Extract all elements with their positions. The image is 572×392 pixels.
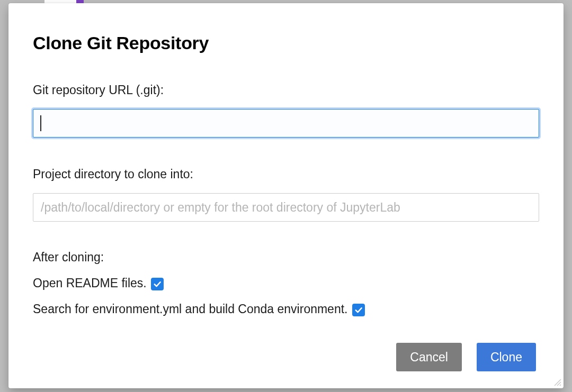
check-icon: [153, 279, 162, 289]
clone-git-dialog: Clone Git Repository Git repository URL …: [8, 3, 564, 388]
after-cloning-section: After cloning: Open README files. Search…: [33, 250, 539, 328]
url-label: Git repository URL (.git):: [33, 83, 539, 97]
cancel-button[interactable]: Cancel: [396, 343, 462, 371]
text-caret: [40, 115, 41, 131]
open-readme-row: Open README files.: [33, 276, 539, 290]
svg-line-2: [560, 385, 561, 386]
build-conda-checkbox[interactable]: [352, 304, 365, 316]
check-icon: [354, 305, 363, 315]
directory-label: Project directory to clone into:: [33, 167, 539, 181]
dialog-button-row: Cancel Clone: [33, 343, 539, 376]
resize-handle[interactable]: [553, 378, 561, 386]
url-field-group: Git repository URL (.git):: [33, 83, 539, 138]
clone-button[interactable]: Clone: [477, 343, 536, 371]
resize-grip-icon: [553, 378, 561, 386]
open-readme-checkbox[interactable]: [151, 278, 164, 290]
directory-field-group: Project directory to clone into:: [33, 167, 539, 222]
git-url-input[interactable]: [33, 109, 539, 138]
dialog-title: Clone Git Repository: [33, 33, 539, 53]
build-conda-row: Search for environment.yml and build Con…: [33, 302, 539, 316]
build-conda-label: Search for environment.yml and build Con…: [33, 302, 348, 316]
directory-input[interactable]: [33, 193, 539, 222]
after-cloning-label: After cloning:: [33, 250, 539, 265]
open-readme-label: Open README files.: [33, 276, 147, 290]
